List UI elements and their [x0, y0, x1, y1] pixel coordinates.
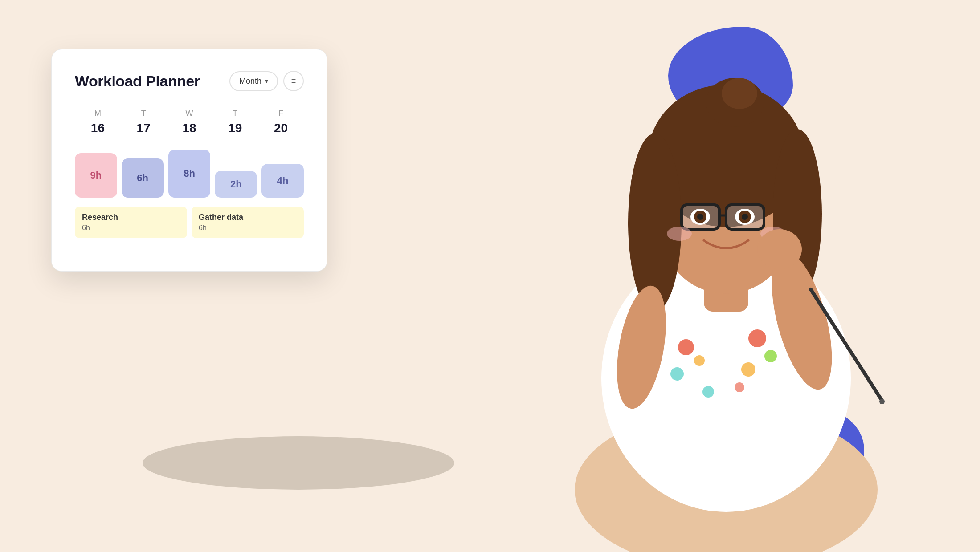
hours-bar-fri[interactable]: 4h — [261, 164, 304, 198]
svg-point-9 — [735, 382, 744, 392]
task-name-gather-data: Gather data — [199, 213, 297, 222]
day-column-mon: M 16 — [75, 109, 121, 142]
bar-wrapper-fri: 4h — [261, 164, 304, 198]
hours-label-thu: 2h — [230, 179, 242, 190]
hours-bar-mon[interactable]: 9h — [75, 153, 117, 198]
day-number-thu: 19 — [228, 121, 242, 135]
day-letter-tue: T — [141, 109, 146, 118]
tasks-grid: Research 6h Gather data 6h — [75, 207, 304, 238]
svg-point-7 — [741, 362, 755, 377]
svg-point-31 — [757, 229, 802, 269]
chevron-down-icon: ▾ — [265, 77, 268, 85]
svg-point-8 — [702, 386, 714, 398]
day-column-wed: W 18 — [167, 109, 212, 142]
svg-point-28 — [667, 227, 692, 241]
bar-wrapper-wed: 8h — [168, 150, 211, 198]
day-column-thu: T 19 — [212, 109, 258, 142]
hours-bars-row: 9h 6h 8h 2h 4h — [75, 150, 304, 198]
card-container: Workload Planner Month ▾ ≡ M 16 T 17 — [51, 49, 327, 272]
bar-wrapper-tue: 6h — [122, 158, 164, 198]
filter-button[interactable]: ≡ — [283, 71, 304, 91]
task-card-gather-data[interactable]: Gather data 6h — [192, 207, 304, 238]
days-header: M 16 T 17 W 18 T 19 F 20 — [75, 109, 304, 142]
day-number-mon: 16 — [91, 121, 105, 135]
svg-point-5 — [748, 329, 766, 347]
hours-bar-thu[interactable]: 2h — [215, 171, 257, 198]
day-letter-fri: F — [278, 109, 283, 118]
day-letter-mon: M — [94, 109, 101, 118]
day-letter-wed: W — [185, 109, 193, 118]
task-hours-research: 6h — [82, 224, 180, 232]
day-number-tue: 17 — [137, 121, 151, 135]
svg-point-16 — [722, 78, 757, 109]
day-column-fri: F 20 — [258, 109, 304, 142]
month-dropdown-label: Month — [239, 77, 261, 86]
day-letter-thu: T — [233, 109, 237, 118]
task-name-research: Research — [82, 213, 180, 222]
month-dropdown[interactable]: Month ▾ — [229, 71, 278, 91]
svg-point-26 — [697, 214, 703, 220]
task-card-research[interactable]: Research 6h — [75, 207, 187, 238]
hours-bar-tue[interactable]: 6h — [122, 158, 164, 198]
card-title: Workload Planner — [75, 73, 200, 90]
hours-label-mon: 9h — [90, 170, 102, 181]
bar-wrapper-thu: 2h — [215, 171, 257, 198]
shadow-blob-decoration — [143, 436, 454, 490]
card-header: Workload Planner Month ▾ ≡ — [75, 71, 304, 91]
person-illustration — [552, 0, 900, 552]
hours-label-wed: 8h — [184, 168, 195, 179]
day-column-tue: T 17 — [121, 109, 167, 142]
hours-label-fri: 4h — [277, 175, 289, 187]
svg-point-13 — [628, 134, 682, 312]
svg-point-33 — [879, 399, 885, 404]
svg-point-6 — [764, 350, 777, 362]
hours-label-tue: 6h — [137, 172, 148, 184]
task-hours-gather-data: 6h — [199, 224, 297, 232]
header-controls: Month ▾ ≡ — [229, 71, 304, 91]
filter-icon: ≡ — [291, 77, 296, 86]
svg-point-2 — [678, 339, 694, 355]
svg-point-3 — [694, 355, 705, 366]
svg-point-4 — [670, 367, 684, 381]
workload-planner-card: Workload Planner Month ▾ ≡ M 16 T 17 — [51, 49, 327, 272]
day-number-fri: 20 — [274, 121, 288, 135]
bar-wrapper-mon: 9h — [75, 153, 117, 198]
svg-point-27 — [742, 214, 748, 220]
person-photo-container — [552, 0, 900, 552]
day-number-wed: 18 — [182, 121, 196, 135]
hours-bar-wed[interactable]: 8h — [168, 150, 211, 198]
